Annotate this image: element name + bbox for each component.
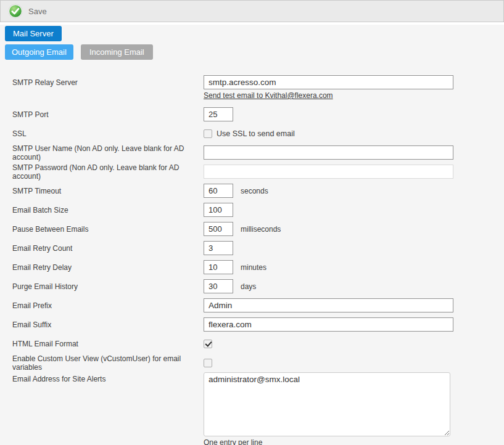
smtp-relay-label: SMTP Relay Server	[12, 75, 204, 87]
purge-email-history-label: Purge Email History	[12, 282, 204, 291]
email-retry-delay-label: Email Retry Delay	[12, 263, 204, 272]
form-row-email-retry-delay: Email Retry Delay minutes	[0, 258, 504, 277]
form-row-email-batch-size: Email Batch Size	[0, 200, 504, 219]
smtp-timeout-input[interactable]	[204, 184, 233, 198]
form-row-site-alerts: Email Address for Site Alerts administra…	[0, 372, 504, 445]
form-row-smtp-timeout: SMTP Timeout seconds	[0, 181, 504, 200]
form-row-smtp-port: SMTP Port	[0, 105, 504, 124]
form-row-custom-user-view: Enable Custom User View (vCustomUser) fo…	[0, 353, 504, 372]
form-row-ssl: SSL Use SSL to send email	[0, 124, 504, 143]
ssl-label: SSL	[12, 129, 204, 138]
email-retry-count-label: Email Retry Count	[12, 244, 204, 253]
purge-email-history-unit: days	[241, 282, 256, 291]
save-button[interactable]: Save	[8, 4, 47, 18]
html-email-format-checkbox[interactable]	[204, 340, 212, 348]
tab-mail-server[interactable]: Mail Server	[5, 26, 62, 41]
email-batch-size-input[interactable]	[204, 203, 233, 217]
smtp-password-label: SMTP Password (Non AD only. Leave blank …	[12, 163, 204, 181]
form-row-html-email-format: HTML Email Format	[0, 334, 504, 353]
site-alerts-note: One entry per line	[204, 438, 450, 445]
smtp-user-input[interactable]	[204, 145, 453, 160]
save-check-icon	[8, 4, 23, 18]
smtp-relay-input[interactable]	[204, 75, 453, 89]
form-row-email-prefix: Email Prefix	[0, 296, 504, 315]
pause-between-emails-unit: milliseconds	[241, 225, 281, 234]
email-suffix-input[interactable]	[204, 317, 453, 332]
smtp-timeout-unit: seconds	[241, 187, 268, 195]
tab-incoming-email[interactable]: Incoming Email	[81, 44, 153, 60]
form-row-smtp-user: SMTP User Name (Non AD only. Leave blank…	[0, 143, 504, 162]
email-retry-delay-unit: minutes	[241, 263, 266, 272]
email-suffix-label: Email Suffix	[12, 320, 204, 329]
form-row-email-retry-count: Email Retry Count	[0, 239, 504, 258]
site-alerts-textarea[interactable]: administrator@smx.local	[204, 372, 450, 436]
save-label: Save	[28, 7, 47, 16]
outgoing-email-form: SMTP Relay Server Send test email to Kvi…	[0, 75, 504, 445]
email-batch-size-label: Email Batch Size	[12, 206, 204, 214]
email-retry-delay-input[interactable]	[204, 260, 233, 274]
settings-panel: Mail Server Outgoing Email Incoming Emai…	[0, 25, 504, 445]
send-test-email-link[interactable]: Send test email to Kvithal@flexera.com	[204, 91, 333, 100]
form-row-smtp-relay: SMTP Relay Server Send test email to Kvi…	[0, 75, 504, 105]
html-email-format-label: HTML Email Format	[12, 340, 204, 348]
site-alerts-label: Email Address for Site Alerts	[12, 372, 204, 383]
smtp-user-label: SMTP User Name (Non AD only. Leave blank…	[12, 144, 204, 161]
smtp-timeout-label: SMTP Timeout	[12, 187, 204, 195]
smtp-port-label: SMTP Port	[12, 110, 204, 119]
pause-between-emails-input[interactable]	[204, 222, 233, 236]
smtp-port-input[interactable]	[204, 107, 233, 121]
ssl-checkbox[interactable]	[204, 129, 212, 138]
tab-outgoing-email[interactable]: Outgoing Email	[5, 44, 73, 60]
form-row-purge-email-history: Purge Email History days	[0, 277, 504, 296]
custom-user-view-label: Enable Custom User View (vCustomUser) fo…	[12, 354, 204, 372]
custom-user-view-checkbox[interactable]	[204, 359, 212, 367]
purge-email-history-input[interactable]	[204, 279, 233, 293]
pause-between-emails-label: Pause Between Emails	[12, 225, 204, 234]
form-row-smtp-password: SMTP Password (Non AD only. Leave blank …	[0, 162, 504, 181]
email-prefix-input[interactable]	[204, 298, 453, 312]
toolbar: Save	[0, 0, 504, 22]
form-row-pause-between-emails: Pause Between Emails milliseconds	[0, 219, 504, 239]
email-retry-count-input[interactable]	[204, 241, 233, 255]
ssl-checkbox-label: Use SSL to send email	[217, 129, 295, 138]
email-prefix-label: Email Prefix	[12, 301, 204, 310]
smtp-password-input[interactable]	[204, 165, 453, 179]
form-row-email-suffix: Email Suffix	[0, 315, 504, 334]
